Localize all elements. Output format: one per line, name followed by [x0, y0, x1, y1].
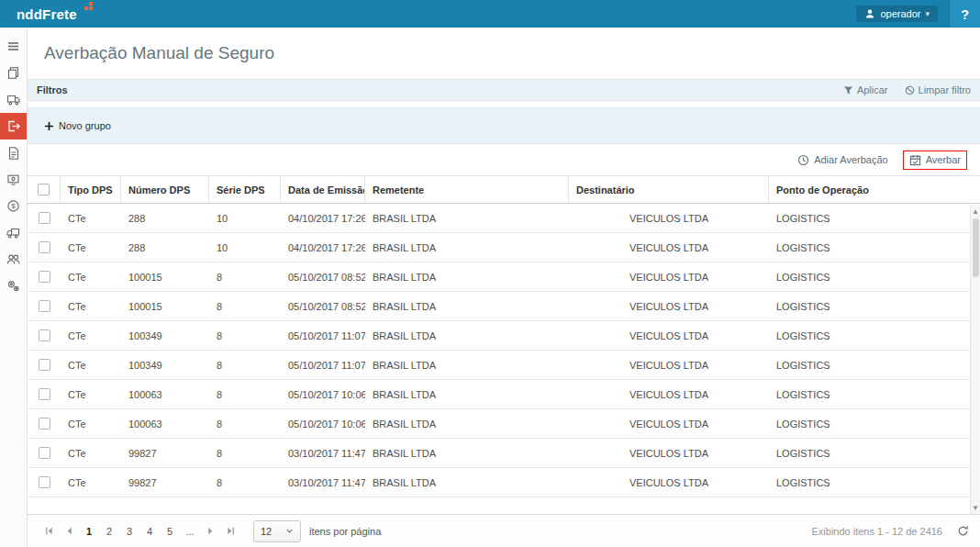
help-button[interactable]: ? [949, 0, 980, 28]
cell-remetente: BRASIL LTDA [365, 419, 569, 430]
title-bar: Averbação Manual de Seguro [28, 28, 980, 79]
row-checkbox[interactable] [39, 329, 50, 341]
row-checkbox[interactable] [39, 212, 50, 224]
cell-data-emissao: 03/10/2017 11:47 [281, 448, 365, 459]
users-icon[interactable] [0, 246, 27, 273]
cell-ponto-operacao: LOGISTICS [769, 448, 980, 459]
page-number[interactable]: 3 [119, 521, 139, 541]
page-number[interactable]: 1 [79, 521, 99, 541]
table-row[interactable]: CTe 100063 8 05/10/2017 10:06 BRASIL LTD… [28, 380, 980, 409]
monitor-icon[interactable] [0, 166, 27, 193]
table-row[interactable]: CTe 100015 8 05/10/2017 08:52 BRASIL LTD… [28, 262, 980, 292]
cell-ponto-operacao: LOGISTICS [769, 330, 980, 341]
copy-pages-icon[interactable] [0, 60, 27, 86]
group-bar: Novo grupo [28, 107, 980, 144]
cell-data-emissao: 05/10/2017 10:06 [281, 389, 365, 400]
cell-destinatario: VEICULOS LTDA [569, 213, 769, 224]
row-checkbox[interactable] [39, 359, 50, 371]
new-group-button[interactable]: Novo grupo [44, 120, 111, 131]
cell-tipo-dps: CTe [61, 272, 121, 283]
export-averbacao-icon[interactable] [0, 113, 27, 140]
row-checkbox[interactable] [39, 447, 50, 459]
scroll-up-icon[interactable]: ▲ [971, 206, 980, 217]
column-header-destinatario[interactable]: Destinatário [569, 176, 769, 203]
cell-numero-dps: 99827 [121, 448, 209, 459]
cell-remetente: BRASIL LTDA [365, 389, 569, 400]
row-checkbox[interactable] [39, 418, 50, 430]
row-checkbox[interactable] [39, 271, 50, 283]
row-checkbox[interactable] [39, 241, 50, 253]
select-all-header [28, 176, 61, 203]
chevron-down-icon [285, 527, 294, 535]
cell-numero-dps: 100063 [121, 389, 209, 400]
cell-checkbox [28, 300, 61, 312]
cell-checkbox [28, 359, 61, 371]
cell-ponto-operacao: LOGISTICS [769, 213, 980, 224]
cell-destinatario: VEICULOS LTDA [569, 360, 769, 371]
table-row[interactable]: CTe 99827 8 03/10/2017 11:47 BRASIL LTDA… [28, 468, 980, 497]
page-number[interactable]: 4 [139, 521, 160, 541]
document-icon[interactable] [0, 140, 27, 166]
scrollbar-thumb[interactable] [973, 218, 979, 277]
scroll-down-icon[interactable]: ▼ [971, 502, 980, 513]
page-number[interactable]: ... [180, 521, 200, 541]
table-row[interactable]: CTe 288 10 04/10/2017 17:26 BRASIL LTDA … [28, 233, 980, 262]
page-number[interactable]: 5 [160, 521, 180, 541]
page-number[interactable]: 2 [99, 521, 119, 541]
table-body: CTe 288 10 04/10/2017 17:26 BRASIL LTDA … [28, 204, 980, 497]
apply-filter-button[interactable]: Aplicar [843, 84, 888, 95]
cell-ponto-operacao: LOGISTICS [769, 389, 980, 400]
cell-remetente: BRASIL LTDA [365, 360, 569, 371]
cell-serie-dps: 8 [209, 360, 281, 371]
row-checkbox[interactable] [39, 476, 50, 488]
table-row[interactable]: CTe 100015 8 05/10/2017 08:52 BRASIL LTD… [28, 292, 980, 321]
sidebar: $ [0, 28, 28, 547]
first-page-button[interactable] [39, 521, 59, 541]
refresh-button[interactable] [957, 525, 969, 537]
page-size-select[interactable]: 12 [253, 520, 301, 542]
prev-page-button[interactable] [59, 521, 79, 541]
clear-filter-button[interactable]: Limpar filtro [905, 84, 971, 95]
column-header-remetente[interactable]: Remetente [365, 176, 569, 203]
cell-numero-dps: 100015 [121, 272, 209, 283]
delivery-truck-icon[interactable] [0, 219, 27, 246]
cell-checkbox [28, 476, 61, 488]
settings-gears-icon[interactable] [0, 273, 27, 299]
cell-numero-dps: 99827 [121, 477, 209, 488]
cell-data-emissao: 05/10/2017 11:07 [281, 330, 365, 341]
row-checkbox[interactable] [39, 300, 50, 312]
column-header-ponto-operacao[interactable]: Ponto de Operação [769, 176, 980, 203]
user-menu[interactable]: operador ▾ [856, 6, 938, 22]
column-header-data-emissao[interactable]: Data de Emissão [281, 176, 365, 203]
page-numbers: 12345... [79, 521, 200, 541]
averbar-button[interactable]: Averbar [909, 154, 961, 166]
truck-icon[interactable] [0, 86, 27, 113]
column-header-tipo-dps[interactable]: Tipo DPS [61, 176, 121, 203]
column-header-numero-dps[interactable]: Número DPS [121, 176, 209, 203]
cell-remetente: BRASIL LTDA [365, 330, 569, 341]
next-page-button[interactable] [200, 521, 220, 541]
cell-data-emissao: 04/10/2017 17:26 [281, 242, 365, 253]
cell-serie-dps: 8 [209, 448, 281, 459]
row-checkbox[interactable] [39, 388, 50, 400]
table-row[interactable]: CTe 99827 8 03/10/2017 11:47 BRASIL LTDA… [28, 439, 980, 468]
table-row[interactable]: CTe 100063 8 05/10/2017 10:06 BRASIL LTD… [28, 409, 980, 439]
cell-data-emissao: 05/10/2017 10:06 [281, 419, 365, 430]
column-header-serie-dps[interactable]: Série DPS [209, 176, 281, 203]
data-grid: Tipo DPS Número DPS Série DPS Data de Em… [28, 175, 980, 514]
currency-transfer-icon[interactable]: $ [0, 193, 27, 219]
logo-mark-icon [84, 6, 88, 10]
cell-destinatario: VEICULOS LTDA [569, 477, 769, 488]
last-page-button[interactable] [220, 521, 240, 541]
clear-filter-icon [905, 85, 915, 95]
cell-checkbox [28, 241, 61, 253]
vertical-scrollbar[interactable]: ▲ ▼ [970, 205, 980, 514]
table-row[interactable]: CTe 100349 8 05/10/2017 11:07 BRASIL LTD… [28, 321, 980, 351]
menu-icon[interactable] [0, 33, 27, 60]
cell-checkbox [28, 418, 61, 430]
plus-icon [44, 121, 54, 131]
adiar-averbacao-button[interactable]: Adiar Averbação [797, 154, 888, 166]
table-row[interactable]: CTe 288 10 04/10/2017 17:26 BRASIL LTDA … [28, 204, 980, 233]
table-row[interactable]: CTe 100349 8 05/10/2017 11:07 BRASIL LTD… [28, 351, 980, 380]
select-all-checkbox[interactable] [38, 184, 50, 195]
